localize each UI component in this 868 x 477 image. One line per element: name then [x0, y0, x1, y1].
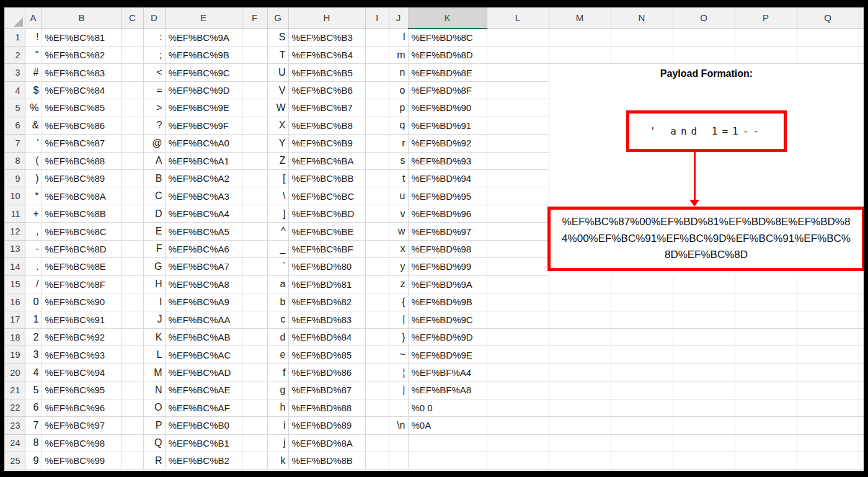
cell-encoded-K[interactable]: %EF%BD%9E — [408, 346, 487, 363]
cell-empty-L[interactable] — [487, 434, 549, 452]
cell-encoded-H[interactable]: %EF%BC%B3 — [288, 29, 365, 46]
cell-encoded-B[interactable]: %EF%BC%93 — [42, 346, 122, 363]
cell-char-A[interactable]: 7 — [25, 417, 42, 434]
cell-empty-C[interactable] — [122, 81, 143, 99]
cell-empty-C[interactable] — [122, 187, 143, 205]
cell-encoded-B[interactable]: %EF%BC%8D — [42, 240, 122, 257]
cell-char-G[interactable]: U — [267, 64, 288, 81]
cell-empty-I[interactable] — [365, 223, 389, 240]
cell-char-G[interactable]: f — [267, 363, 288, 381]
cell-empty-L[interactable] — [487, 81, 549, 99]
cell-encoded-B[interactable]: %EF%BC%8A — [42, 187, 122, 205]
cell-char-D[interactable]: P — [143, 417, 165, 434]
cell-char-A[interactable]: . — [25, 258, 42, 275]
cell-empty-N[interactable] — [611, 311, 673, 328]
cell-empty-O[interactable] — [673, 381, 735, 399]
cell-empty-I[interactable] — [365, 275, 389, 293]
cell-empty-M[interactable] — [549, 29, 611, 46]
cell-char-J[interactable]: | — [389, 311, 408, 328]
cell-empty-I[interactable] — [365, 64, 389, 81]
cell-char-D[interactable]: K — [143, 328, 165, 345]
cell-encoded-H[interactable]: %EF%BD%84 — [288, 328, 365, 345]
cell-empty-F[interactable] — [242, 99, 267, 117]
cell-empty-M[interactable] — [549, 46, 611, 63]
cell-char-A[interactable]: 9 — [25, 452, 42, 470]
cell-empty-Q[interactable] — [797, 434, 859, 452]
cell-char-D[interactable]: Q — [143, 434, 165, 452]
cell-char-D[interactable]: = — [143, 81, 165, 99]
cell-empty-Q[interactable] — [797, 399, 859, 416]
cell-empty-C[interactable] — [122, 46, 143, 63]
cell-empty-I[interactable] — [365, 346, 389, 363]
cell-char-D[interactable]: M — [143, 363, 165, 381]
cell-char-G[interactable]: d — [267, 328, 288, 345]
cell-encoded-B[interactable]: %EF%BC%96 — [42, 399, 122, 416]
cell-empty-L[interactable] — [487, 346, 549, 363]
cell-empty-M[interactable] — [549, 381, 611, 399]
cell-empty-M[interactable] — [549, 311, 611, 328]
cell-encoded-H[interactable]: %EF%BD%80 — [288, 258, 365, 275]
cell-empty-Q[interactable] — [797, 46, 859, 63]
cell-empty-P[interactable] — [735, 46, 797, 63]
cell-empty-L[interactable] — [487, 381, 549, 399]
cell-encoded-E[interactable]: %EF%BC%9A — [165, 29, 242, 46]
cell-empty-F[interactable] — [242, 399, 267, 416]
cell-char-G[interactable]: ` — [267, 258, 288, 275]
cell-encoded-H[interactable]: %EF%BC%B6 — [288, 81, 365, 99]
cell-encoded-H[interactable]: %EF%BC%BE — [288, 223, 365, 240]
cell-encoded-B[interactable]: %EF%BC%95 — [42, 381, 122, 399]
cell-empty-C[interactable] — [122, 399, 143, 416]
cell-empty-L[interactable] — [487, 452, 549, 470]
column-header[interactable]: H — [288, 7, 365, 29]
row-header[interactable]: 17 — [4, 311, 25, 328]
cell-encoded-E[interactable]: %EF%BC%A8 — [165, 275, 242, 293]
cell-empty-Q[interactable] — [797, 275, 859, 293]
cell-empty-O[interactable] — [673, 29, 735, 46]
cell-empty-F[interactable] — [242, 135, 267, 152]
row-header[interactable]: 21 — [4, 381, 25, 399]
cell-empty-O[interactable] — [673, 363, 735, 381]
cell-empty-C[interactable] — [122, 29, 143, 46]
row-header[interactable]: 5 — [4, 99, 25, 117]
cell-char-J[interactable]: s — [389, 152, 408, 169]
cell-empty-O[interactable] — [673, 452, 735, 470]
cell-char-G[interactable]: Z — [267, 152, 288, 169]
cell-empty-I[interactable] — [365, 99, 389, 117]
cell-empty-F[interactable] — [242, 363, 267, 381]
cell-empty-F[interactable] — [242, 117, 267, 134]
cell-char-J[interactable]: l — [389, 29, 408, 46]
cell-char-G[interactable]: e — [267, 346, 288, 363]
row-header[interactable]: 22 — [4, 399, 25, 416]
cell-char-A[interactable]: ! — [25, 29, 42, 46]
cell-empty-I[interactable] — [365, 29, 389, 46]
cell-empty-N[interactable] — [611, 363, 673, 381]
cell-empty-I[interactable] — [365, 205, 389, 222]
cell-empty-P[interactable] — [735, 346, 797, 363]
cell-char-A[interactable]: ' — [25, 135, 42, 152]
cell-char-J[interactable] — [389, 399, 408, 416]
cell-encoded-B[interactable]: %EF%BC%82 — [42, 46, 122, 63]
cell-empty-O[interactable] — [673, 311, 735, 328]
row-header[interactable]: 4 — [4, 81, 25, 99]
cell-char-D[interactable]: O — [143, 399, 165, 416]
cell-empty-N[interactable] — [611, 29, 673, 46]
cell-empty-O[interactable] — [673, 275, 735, 293]
cell-encoded-K[interactable]: %EF%BD%96 — [408, 205, 487, 222]
cell-char-G[interactable]: X — [267, 117, 288, 134]
cell-encoded-B[interactable]: %EF%BC%92 — [42, 328, 122, 345]
cell-empty-L[interactable] — [487, 170, 549, 187]
cell-empty-O[interactable] — [673, 417, 735, 434]
cell-empty-C[interactable] — [122, 223, 143, 240]
row-header[interactable]: 14 — [4, 258, 25, 275]
cell-encoded-E[interactable]: %EF%BC%A5 — [165, 223, 242, 240]
cell-empty-P[interactable] — [735, 275, 797, 293]
cell-encoded-H[interactable]: %EF%BC%B9 — [288, 135, 365, 152]
cell-char-D[interactable]: : — [143, 29, 165, 46]
cell-empty-L[interactable] — [487, 64, 549, 81]
cell-empty-M[interactable] — [549, 417, 611, 434]
cell-empty-L[interactable] — [487, 328, 549, 345]
cell-encoded-B[interactable]: %EF%BC%87 — [42, 135, 122, 152]
select-all-button[interactable] — [4, 7, 25, 29]
cell-empty-C[interactable] — [122, 328, 143, 345]
column-header[interactable]: F — [242, 7, 267, 29]
